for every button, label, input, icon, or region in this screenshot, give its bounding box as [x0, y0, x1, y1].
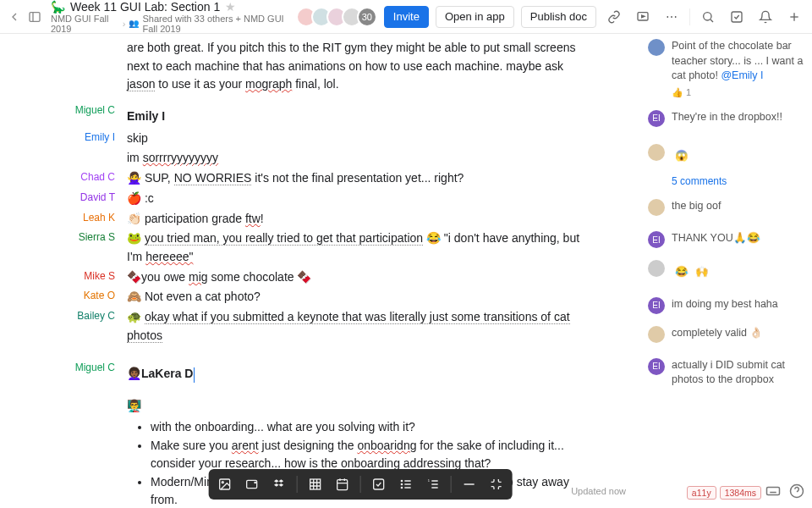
avatar: EI [648, 358, 665, 375]
text-line: 🙈 Not even a cat photo? [127, 288, 584, 306]
image-icon[interactable] [216, 475, 234, 494]
open-in-app-button[interactable]: Open in app [436, 6, 514, 28]
help-icon[interactable] [788, 483, 805, 500]
panel-icon[interactable] [27, 9, 42, 25]
svg-point-4 [704, 12, 711, 19]
reaction-count[interactable]: 👍 1 [672, 87, 805, 98]
breadcrumb-folder[interactable]: NMD GUI Fall 2019 [51, 14, 119, 34]
svg-point-25 [401, 483, 402, 484]
star-icon[interactable]: ★ [225, 0, 236, 14]
doc-title[interactable]: Week 11 GUI Lab: Section 1 [70, 0, 220, 14]
heading-text: LaKera D [141, 367, 193, 380]
comment[interactable]: Point of the chocolate bar teacher story… [648, 39, 805, 84]
text: some chocolate 🍫 [208, 270, 312, 284]
svg-rect-18 [337, 480, 348, 490]
calendar-icon[interactable] [333, 475, 352, 494]
text: you tried man, you really tried to get t… [145, 231, 423, 246]
updated-label: Updated now [571, 486, 626, 496]
avatar-count[interactable]: 30 [357, 7, 377, 27]
author-label: Miguel C [25, 102, 127, 116]
text: ! [261, 212, 264, 225]
author-label: Sierra S [25, 229, 127, 243]
tasks-icon[interactable] [726, 6, 748, 28]
a11y-tag[interactable]: a11y [687, 486, 716, 500]
avatar [648, 260, 665, 277]
table-icon[interactable] [306, 475, 325, 494]
invite-button[interactable]: Invite [384, 6, 429, 28]
document-body[interactable]: are both great. If you pitch this to the… [25, 34, 643, 508]
author-label: Leah K [25, 210, 127, 224]
svg-rect-34 [767, 488, 780, 495]
people-icon: 👥 [129, 19, 139, 28]
svg-point-12 [255, 482, 255, 483]
reaction-emoji[interactable]: 😂🙌 [672, 265, 712, 280]
reaction-emoji[interactable]: 😱 [672, 149, 692, 164]
bullets-icon[interactable] [397, 475, 415, 494]
publish-button[interactable]: Publish doc [521, 6, 596, 28]
comment[interactable]: 😂🙌 [648, 260, 805, 285]
comment[interactable]: EI THANK YOU🙏😂 [648, 231, 805, 248]
text: 🍫you owe [127, 270, 189, 284]
svg-text:1: 1 [428, 478, 431, 483]
comments-count-link[interactable]: 5 comments [672, 175, 805, 187]
text: it's not the final presentation yet... r… [251, 171, 464, 185]
link-icon[interactable] [603, 6, 625, 28]
text: are both great. If you pitch this to the… [127, 41, 575, 73]
numbered-icon[interactable]: 1 [424, 475, 442, 494]
text: im [127, 151, 143, 164]
text: NO WORRIES [174, 171, 252, 185]
avatar [648, 144, 665, 161]
embed-icon[interactable] [243, 475, 261, 494]
text: 🐸 [127, 231, 145, 245]
mention[interactable]: @Emily I [721, 69, 763, 81]
author-label: Mike S [25, 268, 127, 282]
doc-emoji: 🦕 [51, 0, 65, 14]
plus-icon[interactable] [783, 6, 805, 28]
section-heading-lakera[interactable]: 👩🏾‍🦱LaKera D [127, 365, 584, 384]
text: 🐢 [127, 310, 145, 323]
comment[interactable]: 😱 [648, 144, 805, 169]
section-heading-emily[interactable]: Emily I [127, 108, 584, 126]
comment[interactable]: EI They're in the dropbox!! [648, 110, 805, 127]
breadcrumb-shared[interactable]: Shared with 33 others + NMD GUI Fall 201… [142, 14, 295, 34]
list-item: with the onboarding... what are you solv… [151, 418, 584, 436]
comment[interactable]: EI actually i DID submit cat photos to t… [648, 358, 805, 388]
author-label: Miguel C [25, 360, 127, 373]
svg-rect-6 [732, 12, 742, 22]
author-label: Emily I [25, 130, 127, 143]
heading-emoji: 👩🏾‍🦱 [127, 367, 141, 380]
svg-rect-22 [374, 479, 384, 489]
author-label: Bailey C [25, 308, 127, 322]
more-icon[interactable]: ⋯ [661, 6, 683, 28]
divider-icon[interactable] [460, 475, 479, 494]
checkbox-icon[interactable] [370, 475, 388, 494]
avatar: EI [648, 231, 665, 248]
keyboard-icon[interactable] [765, 483, 782, 500]
avatar: EI [648, 110, 665, 127]
avatar: EI [648, 297, 665, 314]
svg-rect-0 [30, 12, 40, 21]
bell-icon[interactable] [754, 6, 776, 28]
mention[interactable]: jason [127, 77, 155, 91]
present-icon[interactable] [632, 6, 654, 28]
svg-point-23 [401, 480, 402, 481]
perf-tag[interactable]: 1384ms [720, 486, 761, 500]
comment[interactable]: completely valid 👌🏻 [648, 326, 805, 343]
comment-text: im doing my best haha [672, 297, 778, 312]
code-icon[interactable] [487, 475, 506, 494]
typo-word: ftw [245, 212, 261, 225]
avatar [648, 39, 665, 56]
app-header: 🦕 Week 11 GUI Lab: Section 1 ★ NMD GUI F… [0, 0, 812, 34]
comment[interactable]: the big oof [648, 199, 805, 216]
author-label: Chad C [25, 169, 127, 183]
svg-marker-3 [642, 15, 645, 18]
back-icon[interactable] [7, 9, 22, 25]
presence-avatars[interactable]: 30 [301, 7, 377, 27]
svg-rect-13 [310, 479, 321, 489]
search-icon[interactable] [697, 6, 719, 28]
list-item: Make sure you arent just designing the o… [151, 437, 584, 472]
insert-toolbar[interactable]: 1 [209, 469, 513, 500]
dropbox-icon[interactable] [270, 475, 288, 494]
comment-text: the big oof [672, 199, 721, 214]
comment[interactable]: EI im doing my best haha [648, 297, 805, 314]
